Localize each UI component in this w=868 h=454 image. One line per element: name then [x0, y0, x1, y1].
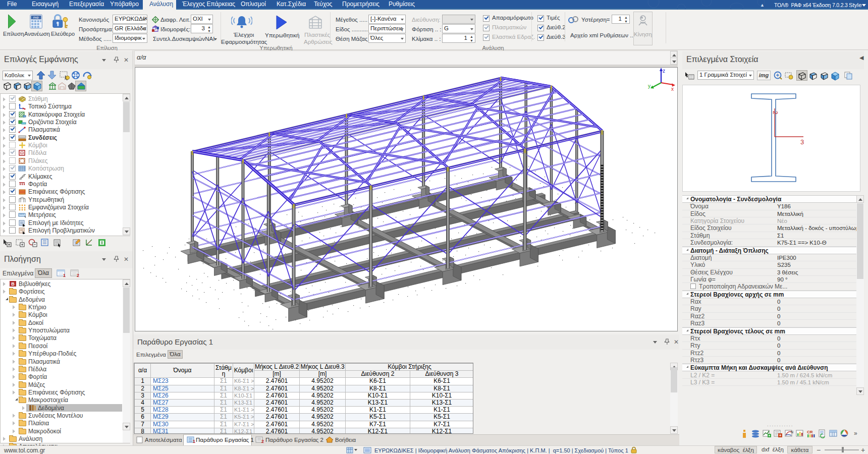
- svg-text:x: x: [671, 86, 674, 92]
- svg-text:2: 2: [77, 273, 79, 278]
- svg-text:z: z: [663, 68, 665, 74]
- svg-text:2: 2: [772, 111, 779, 115]
- svg-text:1: 1: [193, 439, 195, 443]
- svg-text:ΡΑΦ: ΡΑΦ: [33, 16, 39, 19]
- svg-text:y: y: [648, 83, 650, 89]
- svg-text:B: B: [11, 281, 15, 287]
- svg-text:CR: CR: [807, 430, 813, 434]
- svg-text:N: N: [791, 430, 793, 434]
- svg-text:1: 1: [63, 273, 66, 278]
- svg-text:3: 3: [800, 138, 804, 146]
- svg-text:2: 2: [261, 439, 264, 443]
